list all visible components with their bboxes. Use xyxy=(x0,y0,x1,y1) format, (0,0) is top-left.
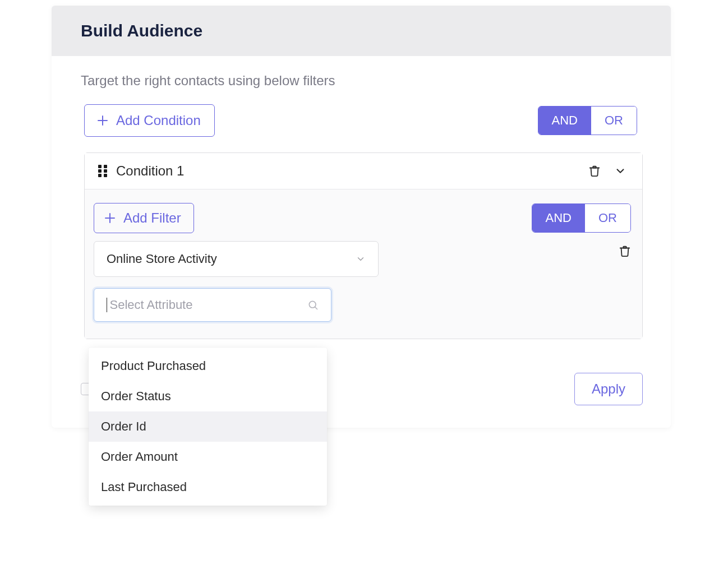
filter-toolbar: Add Filter AND OR xyxy=(94,203,631,239)
apply-button[interactable]: Apply xyxy=(574,373,643,405)
logic-and-button[interactable]: AND xyxy=(538,107,591,135)
delete-filter-icon[interactable] xyxy=(619,244,631,260)
svg-rect-6 xyxy=(98,174,102,177)
delete-condition-icon[interactable] xyxy=(588,164,601,178)
add-filter-label: Add Filter xyxy=(123,210,181,226)
condition-card: Condition 1 xyxy=(84,152,643,339)
attribute-dropdown: Product Purchased Order Status Order Id … xyxy=(89,348,327,506)
drag-handle-icon[interactable] xyxy=(98,165,107,177)
svg-rect-4 xyxy=(98,169,102,173)
dropdown-option[interactable]: Order Status xyxy=(89,381,327,411)
condition-header-right xyxy=(588,164,626,178)
filter-category-select[interactable]: Online Store Activity xyxy=(94,241,379,277)
add-condition-button[interactable]: Add Condition xyxy=(84,104,215,137)
top-toolbar: Add Condition AND OR xyxy=(52,89,671,152)
svg-rect-5 xyxy=(104,169,107,173)
dropdown-option[interactable]: Last Purchased xyxy=(89,472,327,502)
condition-header: Condition 1 xyxy=(85,153,642,189)
filter-logic-and-button[interactable]: AND xyxy=(532,204,585,232)
page-subtitle: Target the right contacts using below fi… xyxy=(52,56,671,89)
dropdown-option[interactable]: Order Id xyxy=(89,411,327,442)
attribute-search-input[interactable] xyxy=(109,298,307,312)
filter-logic-toggle: AND OR xyxy=(532,203,631,233)
filter-category-value: Online Store Activity xyxy=(107,252,217,266)
condition-title: Condition 1 xyxy=(116,163,184,179)
plus-icon xyxy=(104,212,116,224)
dropdown-option[interactable]: Order Amount xyxy=(89,442,327,472)
search-icon xyxy=(307,299,319,311)
filter-logic-or-button[interactable]: OR xyxy=(585,204,630,232)
add-filter-button[interactable]: Add Filter xyxy=(94,203,194,233)
condition-header-left: Condition 1 xyxy=(98,163,184,179)
svg-rect-2 xyxy=(98,165,102,168)
chevron-down-icon xyxy=(356,254,366,264)
add-condition-label: Add Condition xyxy=(116,113,201,128)
svg-rect-3 xyxy=(104,165,107,168)
panel-header: Build Audience xyxy=(52,6,671,56)
svg-rect-7 xyxy=(104,174,107,177)
plus-icon xyxy=(97,115,108,126)
logic-or-button[interactable]: OR xyxy=(591,107,637,135)
text-caret xyxy=(107,298,107,312)
attribute-search-field[interactable] xyxy=(94,288,331,322)
page-title: Build Audience xyxy=(81,21,644,40)
collapse-icon[interactable] xyxy=(614,165,626,177)
dropdown-option[interactable]: Product Purchased xyxy=(89,351,327,381)
condition-logic-toggle: AND OR xyxy=(538,106,637,135)
condition-body: Add Filter AND OR Online Store Activity xyxy=(85,189,642,339)
svg-line-11 xyxy=(315,307,317,309)
